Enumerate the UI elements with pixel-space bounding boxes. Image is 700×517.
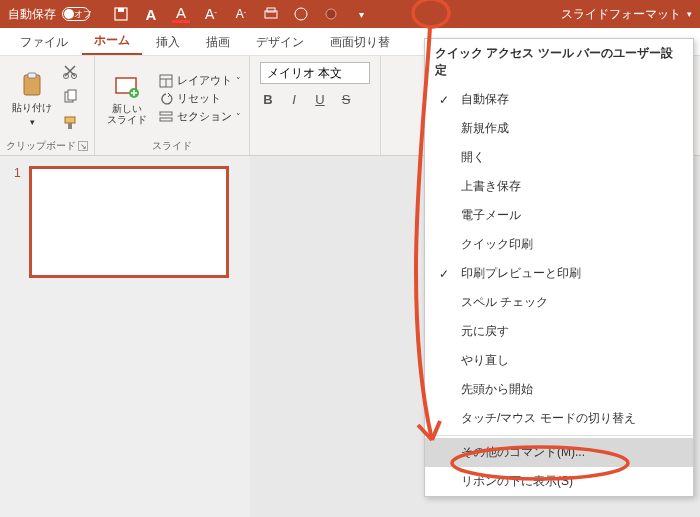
- chevron-down-icon: ▾: [687, 9, 692, 19]
- customize-qat-button[interactable]: ▾: [352, 5, 370, 23]
- chevron-down-icon: ▾: [30, 117, 35, 127]
- menu-separator: [425, 435, 693, 436]
- thumbnail-pane[interactable]: 1: [0, 156, 250, 517]
- tab-transition[interactable]: 画面切り替: [318, 28, 402, 55]
- tab-file[interactable]: ファイル: [8, 28, 80, 55]
- svg-rect-11: [68, 90, 76, 100]
- section-button[interactable]: セクション˅: [157, 108, 243, 125]
- slide-number: 1: [14, 166, 21, 278]
- svg-rect-19: [160, 112, 172, 115]
- paste-button[interactable]: 貼り付け ▾: [6, 69, 58, 129]
- title-bar: 自動保存 オフ A A Aˆ Aˇ ▾ スライドフォーマット ▾: [0, 0, 700, 28]
- menu-item-new[interactable]: 新規作成: [425, 114, 693, 143]
- menu-item-autosave[interactable]: 自動保存: [425, 85, 693, 114]
- quick-access-toolbar: A A Aˆ Aˇ ▾: [112, 5, 370, 23]
- strike-button[interactable]: S: [338, 92, 354, 107]
- save-icon[interactable]: [112, 5, 130, 23]
- menu-item-show-below[interactable]: リボンの下に表示(S): [425, 467, 693, 496]
- new-slide-button[interactable]: 新しい スライド: [101, 71, 153, 127]
- menu-item-save[interactable]: 上書き保存: [425, 172, 693, 201]
- clipboard-icon: [18, 71, 46, 99]
- slide-thumbnail[interactable]: [29, 166, 229, 278]
- decrease-font-icon[interactable]: Aˇ: [232, 5, 250, 23]
- section-icon: [159, 110, 173, 124]
- print-icon[interactable]: [262, 5, 280, 23]
- dialog-launcher-icon[interactable]: ↘: [78, 141, 88, 151]
- underline-button[interactable]: U: [312, 92, 328, 107]
- group-label-clipboard: クリップボード: [6, 139, 76, 153]
- svg-rect-20: [160, 118, 172, 121]
- menu-item-more-commands[interactable]: その他のコマンド(M)...: [425, 438, 693, 467]
- menu-item-email[interactable]: 電子メール: [425, 201, 693, 230]
- tab-draw[interactable]: 描画: [194, 28, 242, 55]
- font-color-icon[interactable]: A: [172, 5, 190, 23]
- record-icon[interactable]: [322, 5, 340, 23]
- format-painter-icon[interactable]: [62, 115, 78, 135]
- layout-button[interactable]: レイアウト˅: [157, 72, 243, 89]
- svg-rect-13: [68, 123, 72, 129]
- layout-icon: [159, 74, 173, 88]
- reset-icon: [159, 92, 173, 106]
- group-slides: 新しい スライド レイアウト˅ リセット セクション˅ スライド: [95, 56, 250, 155]
- new-slide-label: 新しい スライド: [107, 103, 147, 125]
- layout-label: レイアウト: [177, 73, 232, 88]
- new-slide-icon: [113, 73, 141, 101]
- menu-title: クイック アクセス ツール バーのユーザー設定: [425, 39, 693, 85]
- title-right-label[interactable]: スライドフォーマット: [561, 6, 681, 23]
- menu-item-spell[interactable]: スペル チェック: [425, 288, 693, 317]
- svg-rect-12: [65, 117, 75, 123]
- menu-item-open[interactable]: 開く: [425, 143, 693, 172]
- palette-icon[interactable]: [292, 5, 310, 23]
- svg-rect-1: [118, 8, 124, 12]
- increase-font-icon[interactable]: Aˆ: [202, 5, 220, 23]
- group-label-slides: スライド: [152, 139, 192, 153]
- cut-icon[interactable]: [62, 63, 78, 83]
- svg-rect-7: [28, 73, 36, 78]
- tab-home[interactable]: ホーム: [82, 26, 142, 55]
- menu-item-quickprint[interactable]: クイック印刷: [425, 230, 693, 259]
- group-clipboard: 貼り付け ▾ クリップボード↘: [0, 56, 95, 155]
- italic-button[interactable]: I: [286, 92, 302, 107]
- menu-item-redo[interactable]: やり直し: [425, 346, 693, 375]
- copy-icon[interactable]: [62, 89, 78, 109]
- font-name-combo[interactable]: メイリオ 本文: [260, 62, 370, 84]
- svg-point-4: [295, 8, 307, 20]
- section-label: セクション: [177, 109, 232, 124]
- tab-design[interactable]: デザイン: [244, 28, 316, 55]
- paste-label: 貼り付け: [12, 101, 52, 115]
- group-font: メイリオ 本文 B I U S: [250, 56, 381, 155]
- menu-item-printpreview[interactable]: 印刷プレビューと印刷: [425, 259, 693, 288]
- menu-item-fromstart[interactable]: 先頭から開始: [425, 375, 693, 404]
- tab-insert[interactable]: 挿入: [144, 28, 192, 55]
- reset-label: リセット: [177, 91, 221, 106]
- font-name-value: メイリオ 本文: [267, 65, 342, 82]
- autosave-label: 自動保存: [8, 6, 56, 23]
- qat-customize-menu: クイック アクセス ツール バーのユーザー設定 自動保存 新規作成 開く 上書き…: [424, 38, 694, 497]
- menu-item-touchmouse[interactable]: タッチ/マウス モードの切り替え: [425, 404, 693, 433]
- menu-item-undo[interactable]: 元に戻す: [425, 317, 693, 346]
- reset-button[interactable]: リセット: [157, 90, 243, 107]
- font-icon-a1[interactable]: A: [142, 5, 160, 23]
- svg-point-5: [326, 9, 336, 19]
- switch-icon: [62, 7, 90, 21]
- bold-button[interactable]: B: [260, 92, 276, 107]
- autosave-toggle[interactable]: 自動保存 オフ: [8, 6, 96, 23]
